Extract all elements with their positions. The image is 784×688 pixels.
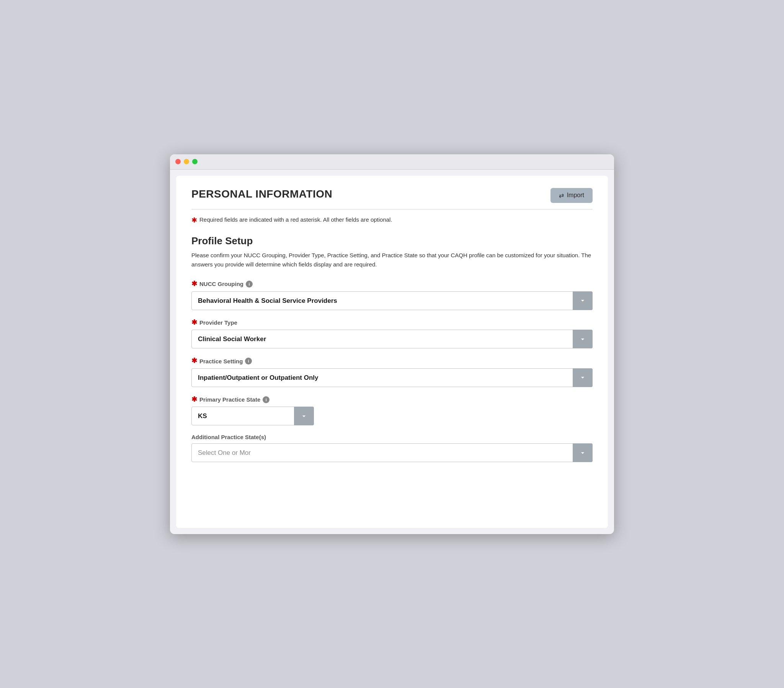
chevron-down-icon (579, 374, 586, 381)
provider-label-text: Provider Type (199, 319, 237, 326)
header-divider (191, 209, 593, 210)
additional-states-chevron[interactable] (573, 443, 593, 462)
chevron-down-icon (300, 412, 308, 420)
nucc-grouping-select-wrapper: Behavioral Health & Social Service Provi… (191, 291, 593, 310)
practice-setting-chevron[interactable] (573, 368, 593, 387)
close-button[interactable] (175, 159, 181, 164)
provider-required-asterisk: ✱ (191, 318, 197, 327)
chevron-down-icon (579, 449, 586, 457)
additional-states-field: Additional Practice State(s) Select One … (191, 434, 593, 462)
practice-setting-field: ✱ Practice Setting i Inpatient/Outpatien… (191, 357, 593, 387)
nucc-info-icon[interactable]: i (246, 280, 253, 287)
required-note-text: Required fields are indicated with a red… (199, 216, 392, 223)
primary-state-required-asterisk: ✱ (191, 396, 197, 404)
import-button[interactable]: ⇄ Import (550, 188, 593, 203)
practice-setting-label: ✱ Practice Setting i (191, 357, 593, 365)
profile-setup-desc: Please confirm your NUCC Grouping, Provi… (191, 251, 593, 269)
practice-setting-select-wrapper: Inpatient/Outpatient or Outpatient Only (191, 368, 593, 387)
chevron-down-icon (579, 335, 586, 343)
minimize-button[interactable] (184, 159, 189, 164)
primary-state-chevron[interactable] (294, 407, 314, 426)
practice-setting-info-icon[interactable]: i (245, 358, 252, 365)
primary-state-select-wrapper: KS (191, 407, 314, 426)
nucc-grouping-chevron[interactable] (573, 291, 593, 310)
provider-type-select[interactable]: Clinical Social Worker (191, 330, 593, 348)
import-label: Import (567, 192, 584, 199)
primary-state-label: ✱ Primary Practice State i (191, 396, 593, 404)
provider-type-select-wrapper: Clinical Social Worker (191, 330, 593, 348)
primary-practice-state-field: ✱ Primary Practice State i KS (191, 396, 593, 426)
page-title: PERSONAL INFORMATION (191, 188, 332, 200)
additional-states-label: Additional Practice State(s) (191, 434, 593, 440)
nucc-grouping-select[interactable]: Behavioral Health & Social Service Provi… (191, 291, 593, 310)
practice-setting-label-text: Practice Setting (199, 358, 243, 365)
additional-states-select-wrapper: Select One or Mor (191, 443, 593, 462)
app-window: PERSONAL INFORMATION ⇄ Import ✱ Required… (170, 154, 614, 534)
primary-state-info-icon[interactable]: i (263, 396, 270, 403)
provider-type-label: ✱ Provider Type (191, 318, 593, 327)
nucc-required-asterisk: ✱ (191, 280, 197, 288)
practice-setting-select[interactable]: Inpatient/Outpatient or Outpatient Only (191, 368, 593, 387)
nucc-grouping-label: ✱ NUCC Grouping i (191, 280, 593, 288)
nucc-grouping-field: ✱ NUCC Grouping i Behavioral Health & So… (191, 280, 593, 310)
nucc-label-text: NUCC Grouping (199, 280, 244, 287)
chevron-down-icon (579, 297, 586, 304)
additional-states-label-text: Additional Practice State(s) (191, 434, 266, 440)
required-note: ✱ Required fields are indicated with a r… (191, 216, 593, 225)
traffic-lights (175, 159, 198, 164)
page-header: PERSONAL INFORMATION ⇄ Import (191, 188, 593, 203)
required-asterisk: ✱ (191, 216, 197, 225)
practice-setting-required-asterisk: ✱ (191, 357, 197, 365)
main-content: PERSONAL INFORMATION ⇄ Import ✱ Required… (176, 176, 608, 528)
provider-type-field: ✱ Provider Type Clinical Social Worker (191, 318, 593, 349)
additional-states-select[interactable]: Select One or Mor (191, 443, 593, 462)
primary-state-label-text: Primary Practice State (199, 396, 260, 403)
titlebar (170, 154, 614, 170)
profile-setup-title: Profile Setup (191, 235, 593, 247)
import-icon: ⇄ (559, 192, 564, 199)
maximize-button[interactable] (192, 159, 198, 164)
provider-type-chevron[interactable] (573, 330, 593, 348)
